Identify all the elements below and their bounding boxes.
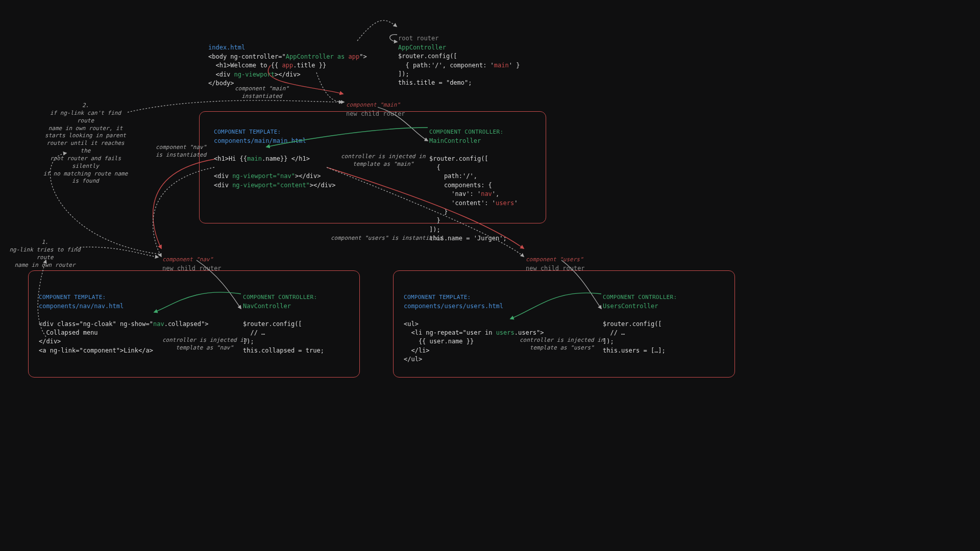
users-template-code: COMPONENT TEMPLATE: components/users/use… xyxy=(404,284,544,364)
ann-users-instantiated: component "users" is instantiated xyxy=(331,235,443,242)
note-1: 1. ng-link tries to find route name in o… xyxy=(9,239,81,269)
ann-main-instantiated: component "main" instantiated xyxy=(235,85,289,101)
app-controller-label: AppController xyxy=(398,44,446,51)
ann-nav-component: component "nav" new child router xyxy=(162,246,222,273)
main-template-code: COMPONENT TEMPLATE: components/main/main… xyxy=(214,119,335,190)
nav-controller-code: COMPONENT CONTROLLER: NavController $rou… xyxy=(243,284,324,355)
nav-component-box: COMPONENT TEMPLATE: components/nav/nav.h… xyxy=(28,270,360,378)
ann-users-component: component "users" new child router xyxy=(526,246,585,273)
ann-injected-users: controller is injected in template as "u… xyxy=(520,337,604,352)
root-router-code: root router AppController $router.config… xyxy=(398,26,520,88)
users-controller-code: COMPONENT CONTROLLER: UsersController $r… xyxy=(603,284,677,355)
ann-injected-nav: controller is injected in template as "n… xyxy=(162,337,247,352)
root-router-label: root router xyxy=(398,35,438,42)
ann-nav-instantiated: component "nav" is instantiated xyxy=(156,144,206,159)
index-html-label: index.html xyxy=(208,44,245,51)
ann-injected-main: controller is injected in template as "m… xyxy=(341,153,426,168)
index-html-code: index.html <body ng-controller="AppContr… xyxy=(208,35,367,88)
main-controller-code: COMPONENT CONTROLLER: MainController $ro… xyxy=(429,119,518,243)
users-component-box: COMPONENT TEMPLATE: components/users/use… xyxy=(393,270,735,378)
note-2: 2. if ng-link can't find route name in o… xyxy=(41,102,130,185)
